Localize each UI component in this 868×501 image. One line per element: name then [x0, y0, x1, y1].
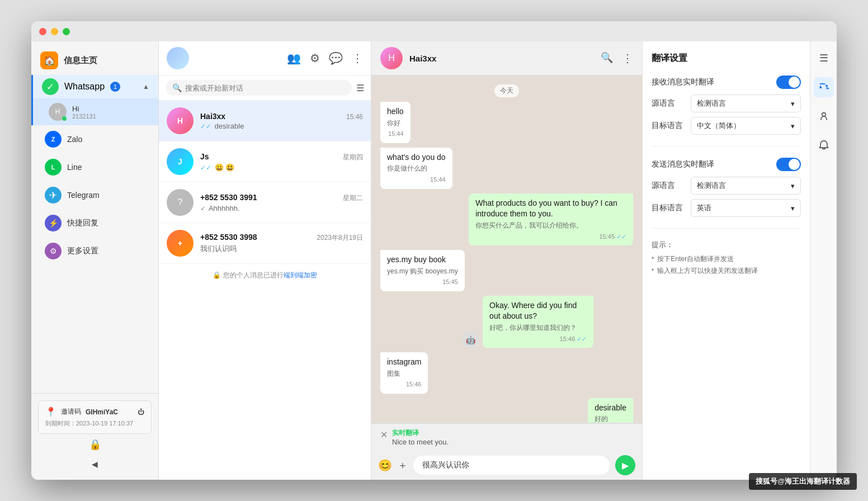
- close-button[interactable]: [39, 28, 46, 35]
- minimize-button[interactable]: [51, 28, 58, 35]
- power-icon[interactable]: ⏻: [138, 408, 144, 416]
- send-source-select[interactable]: 检测语言 ▾: [691, 177, 801, 195]
- divider-2: [652, 228, 801, 229]
- msg-translation: 你好: [387, 119, 404, 128]
- line-icon: L: [45, 159, 62, 176]
- double-check-icon: ✓✓: [577, 335, 587, 343]
- chat-time-3998: 2023年8月19日: [317, 233, 363, 243]
- chevron-down-icon: ▾: [791, 204, 795, 212]
- receive-source-select[interactable]: 检测语言 ▾: [691, 94, 801, 112]
- chat-search-icon[interactable]: 🔍: [601, 51, 613, 65]
- msg-text: instagram: [387, 357, 421, 368]
- chat-item-js[interactable]: J Js 星期四 ✓✓ 😀 😃: [159, 141, 371, 182]
- msg-text: desirable: [595, 403, 626, 414]
- chat-avatar-js: J: [167, 148, 194, 175]
- tip-1: 按下Enter自动翻译并发送: [652, 253, 801, 265]
- chat-info-hai3xx: Hai3xx 15:46 ✓✓ desirable: [200, 112, 363, 130]
- chat-item-3998[interactable]: + +852 5530 3998 2023年8月19日 我们认识吗: [159, 223, 371, 264]
- rail-translate-icon[interactable]: [814, 77, 834, 97]
- invite-card: 📍 邀请码 GIHmiYaC ⏻ 到期时间：2023-10-19 17:10:3…: [38, 400, 152, 434]
- msg-time: 15:46: [560, 335, 575, 343]
- emoji-button[interactable]: 😊: [378, 459, 392, 472]
- send-label: 发送消息实时翻译: [652, 159, 714, 169]
- chat-list-profile-avatar: [167, 47, 189, 69]
- more-options-icon[interactable]: ⋮: [352, 51, 363, 65]
- chat-item-hai3xx[interactable]: H Hai3xx 15:46 ✓✓ desirable: [159, 101, 371, 141]
- chat-window: H Hai3xx 🔍 ⋮ 今天 hello 你好 15:44: [371, 41, 642, 480]
- chat-time-js: 星期四: [343, 153, 363, 162]
- whatsapp-icon: ✓: [42, 78, 59, 95]
- chat-time-hai3xx: 15:46: [346, 113, 363, 121]
- chevron-down-icon: ▾: [791, 122, 795, 130]
- fullscreen-button[interactable]: [63, 28, 70, 35]
- chevron-up-icon: ▲: [143, 83, 149, 91]
- invite-icon: 📍: [45, 407, 56, 417]
- single-check-icon: ✓: [200, 205, 206, 212]
- zalo-icon: Z: [45, 131, 62, 148]
- send-translation-section: 发送消息实时翻译 源语言 检测语言 ▾ 目标语言 英语: [652, 158, 801, 217]
- msg-time: 15:44: [388, 130, 404, 138]
- settings-gear-icon[interactable]: ⚙: [310, 51, 320, 65]
- chat-info-3991: +852 5530 3991 星期二 ✓ Ahhhhhh.: [200, 193, 363, 212]
- double-check-icon: ✓✓: [616, 233, 626, 241]
- chat-name-3991: +852 5530 3991: [200, 193, 257, 202]
- chat-list-actions: 👥 ⚙ 💬 ⋮: [287, 51, 363, 65]
- chat-input[interactable]: [413, 456, 610, 475]
- sub-id: 2132131: [72, 113, 149, 120]
- sidebar-item-zalo[interactable]: Z Zalo: [36, 126, 154, 153]
- lock-icon[interactable]: 🔒: [38, 434, 152, 455]
- chat-item-3991[interactable]: ? +852 5530 3991 星期二 ✓ Ahhhhhh.: [159, 182, 371, 223]
- msg-text: Okay. Where did you find out about us?: [489, 300, 587, 322]
- chat-avatar-hai3xx: H: [167, 107, 194, 134]
- home-icon: 🏠: [40, 51, 58, 69]
- chat-info-3998: +852 5530 3998 2023年8月19日 我们认识吗: [200, 233, 363, 254]
- chat-avatar-3991: ?: [167, 189, 194, 216]
- rail-bell-icon[interactable]: [814, 135, 834, 155]
- message-hello: hello 你好 15:44: [380, 102, 411, 143]
- line-label: Line: [67, 163, 145, 172]
- quick-reply-icon: ⚡: [45, 215, 62, 231]
- encryption-link[interactable]: 端到端加密: [284, 271, 317, 279]
- sidebar-bottom: 📍 邀请码 GIHmiYaC ⏻ 到期时间：2023-10-19 17:10:3…: [31, 393, 158, 480]
- sub-info: Hi 2132131: [72, 105, 149, 120]
- date-badge: 今天: [494, 84, 519, 97]
- new-group-icon[interactable]: 👥: [287, 51, 301, 65]
- title-bar: [31, 21, 837, 41]
- sidebar-item-whatsapp[interactable]: ✓ Whatsapp 1 ▲: [31, 75, 158, 98]
- chat-header: H Hai3xx 🔍 ⋮: [371, 41, 642, 75]
- collapse-sidebar-button[interactable]: ◀: [38, 455, 152, 473]
- invite-card-label: 邀请码: [61, 407, 81, 417]
- receive-toggle[interactable]: [776, 75, 801, 89]
- rail-user-icon[interactable]: [814, 106, 834, 126]
- sub-name: Hi: [72, 105, 149, 113]
- send-button[interactable]: ▶: [615, 455, 635, 475]
- chat-list-panel: 👥 ⚙ 💬 ⋮ 🔍 ☰ H H: [159, 41, 371, 480]
- sidebar-nav: 🏠 信息主页 ✓ Whatsapp 1 ▲ H Hi: [31, 41, 159, 480]
- realtime-label: 实时翻译: [392, 428, 633, 438]
- sidebar-item-telegram[interactable]: ✈ Telegram: [36, 182, 154, 209]
- chat-input-row: 😊 ＋ ▶: [371, 451, 642, 480]
- chat-more-icon[interactable]: ⋮: [622, 51, 633, 65]
- realtime-close-button[interactable]: ✕: [380, 429, 388, 440]
- invite-code: GIHmiYaC: [86, 408, 118, 416]
- msg-translation: 你想买什么产品，我可以介绍给你。: [475, 221, 626, 230]
- chat-preview-hai3xx: ✓✓ desirable: [200, 122, 363, 130]
- sub-account-item[interactable]: H Hi 2132131: [31, 98, 158, 125]
- new-chat-icon[interactable]: 💬: [329, 51, 343, 65]
- sidebar-item-more-settings[interactable]: ⚙ 更多设置: [36, 238, 154, 264]
- search-input[interactable]: [185, 84, 345, 92]
- send-target-select[interactable]: 英语 ▾: [691, 199, 801, 217]
- msg-time: 15:44: [430, 176, 446, 184]
- rail-menu-icon[interactable]: ☰: [814, 48, 834, 68]
- msg-translation: 你是做什么的: [387, 164, 446, 173]
- tips-section: 提示： 按下Enter自动翻译并发送 输入框上方可以快捷关闭发送翻译: [652, 240, 801, 277]
- filter-icon[interactable]: ☰: [356, 83, 364, 93]
- invite-expire: 到期时间：2023-10-19 17:10:37: [45, 419, 144, 428]
- receive-target-select[interactable]: 中文（简体） ▾: [691, 117, 801, 135]
- sidebar-item-line[interactable]: L Line: [36, 154, 154, 181]
- translation-panel: 翻译设置 接收消息实时翻译 源语言 检测语言 ▾ 目: [642, 41, 810, 480]
- send-toggle[interactable]: [776, 158, 801, 171]
- sidebar-item-quick-reply[interactable]: ⚡ 快捷回复: [36, 210, 154, 237]
- attach-button[interactable]: ＋: [398, 459, 408, 472]
- double-check-icon: ✓✓: [200, 122, 211, 130]
